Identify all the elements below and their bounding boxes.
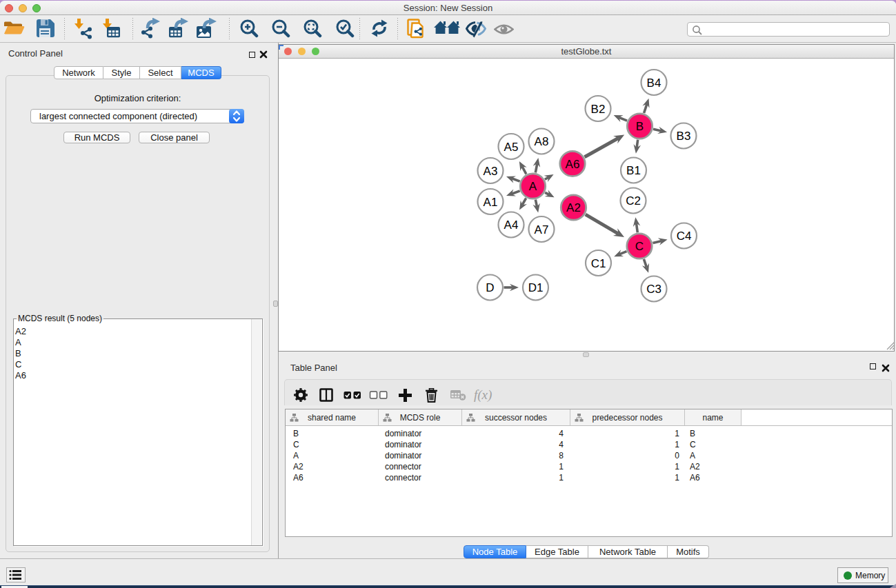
- svg-text:A1: A1: [484, 196, 498, 209]
- svg-text:B: B: [636, 120, 644, 133]
- svg-text:A6: A6: [566, 158, 580, 171]
- svg-text:A5: A5: [504, 141, 519, 154]
- svg-text:C3: C3: [646, 283, 661, 296]
- svg-text:B3: B3: [677, 130, 691, 143]
- svg-text:A7: A7: [535, 223, 549, 236]
- svg-text:D: D: [486, 281, 494, 294]
- svg-text:C4: C4: [677, 230, 692, 243]
- svg-text:B2: B2: [591, 103, 606, 116]
- svg-text:B4: B4: [647, 77, 661, 90]
- svg-text:A2: A2: [566, 201, 581, 214]
- svg-text:C1: C1: [591, 257, 606, 270]
- svg-text:A4: A4: [504, 219, 519, 232]
- svg-text:B1: B1: [626, 164, 641, 177]
- svg-text:D1: D1: [528, 281, 544, 294]
- svg-text:A8: A8: [535, 135, 549, 148]
- svg-text:C: C: [635, 240, 644, 253]
- svg-text:A: A: [529, 180, 537, 193]
- svg-text:A3: A3: [484, 165, 498, 178]
- svg-text:C2: C2: [626, 194, 641, 207]
